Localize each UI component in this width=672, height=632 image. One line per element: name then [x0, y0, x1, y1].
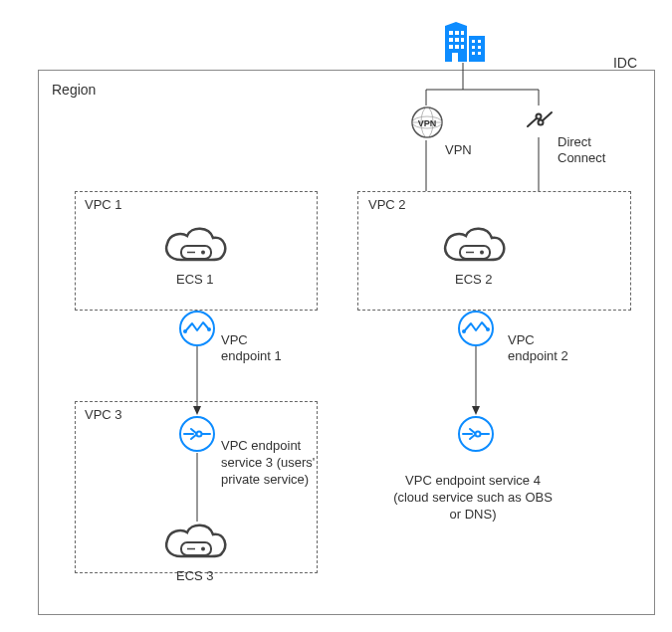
direct-connect-icon	[525, 105, 555, 137]
svg-point-36	[539, 120, 544, 125]
svg-rect-18	[478, 52, 481, 55]
svg-marker-2	[445, 22, 467, 26]
svg-rect-1	[469, 36, 485, 62]
idc-label: IDC	[613, 55, 637, 71]
ecs2-label: ECS 2	[455, 272, 493, 287]
vpc2-label: VPC 2	[368, 197, 406, 212]
svg-rect-5	[461, 31, 464, 35]
vpc-endpoint-2-label: VPC endpoint 2	[508, 332, 568, 363]
region-label: Region	[52, 82, 96, 98]
vpc-endpoint-service-3-icon	[178, 415, 216, 456]
svg-rect-4	[455, 31, 459, 35]
svg-rect-40	[460, 246, 490, 259]
svg-rect-11	[461, 45, 464, 49]
ecs2-cloud-icon	[438, 222, 510, 273]
vpc-endpoint-service-4-icon	[457, 415, 495, 456]
vpn-icon: VPN	[410, 105, 444, 142]
vpn-label: VPN	[445, 142, 472, 157]
vpc-endpoint-2-icon	[457, 310, 495, 350]
svg-rect-8	[461, 38, 464, 42]
svg-point-51	[486, 327, 490, 331]
vpc3-label: VPC 3	[85, 407, 122, 422]
svg-point-35	[537, 114, 542, 119]
svg-rect-17	[472, 52, 475, 55]
svg-rect-16	[478, 46, 481, 49]
svg-point-38	[201, 251, 205, 255]
svg-rect-37	[181, 246, 211, 259]
svg-point-41	[480, 251, 484, 255]
diagram-canvas: IDC Region	[0, 0, 672, 632]
svg-rect-12	[452, 53, 458, 62]
svg-point-50	[462, 329, 466, 333]
svg-rect-9	[449, 45, 453, 49]
vpc-endpoint-1-label: VPC endpoint 1	[221, 332, 282, 363]
svg-point-47	[183, 329, 187, 333]
svg-text:VPN: VPN	[418, 118, 437, 128]
svg-rect-14	[478, 40, 481, 43]
ecs1-cloud-icon	[159, 222, 231, 273]
svg-point-48	[207, 327, 211, 331]
svg-rect-43	[181, 542, 211, 555]
svg-rect-3	[449, 31, 453, 35]
svg-point-55	[476, 432, 481, 437]
ecs1-label: ECS 1	[176, 272, 214, 287]
svg-rect-10	[455, 45, 459, 49]
ecs3-label: ECS 3	[176, 568, 214, 583]
svg-point-53	[197, 432, 202, 437]
svg-rect-7	[455, 38, 459, 42]
direct-connect-label: Direct Connect	[558, 134, 605, 165]
ecs3-cloud-icon	[159, 519, 231, 569]
vpc-endpoint-service-3-label: VPC endpoint service 3 (users' private s…	[221, 438, 321, 489]
vpc-endpoint-service-4-label: VPC endpoint service 4 (cloud service su…	[388, 473, 558, 524]
vpc-endpoint-1-icon	[178, 310, 216, 350]
svg-rect-6	[449, 38, 453, 42]
svg-point-44	[201, 547, 205, 551]
svg-rect-15	[472, 46, 475, 49]
vpc1-label: VPC 1	[85, 197, 122, 212]
svg-rect-13	[472, 40, 475, 43]
idc-buildings-icon	[442, 22, 490, 67]
